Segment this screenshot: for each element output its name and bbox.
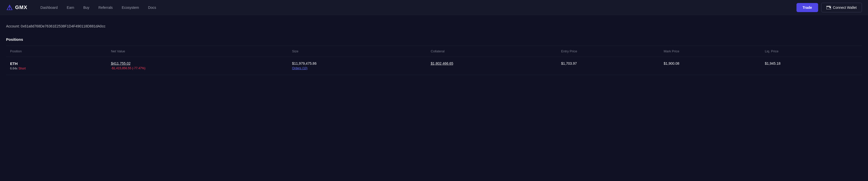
account-bar: Account: 0x61a8d768De76361E2538F1D4F4901… (6, 21, 862, 31)
col-liq-price: Liq. Price (761, 46, 862, 57)
nav-item-referrals[interactable]: Referrals (94, 3, 117, 11)
positions-title: Positions (6, 37, 862, 41)
nav-actions: Trade Connect Wallet (797, 3, 862, 12)
mark-price-cell: $1,900.08 (660, 57, 761, 75)
position-symbol: ETH (10, 61, 103, 66)
logo-text: GMX (15, 4, 27, 10)
position-leverage-short: 6.64x Short (10, 67, 103, 70)
col-position: Position (6, 46, 107, 57)
nav-links: Dashboard Earn Buy Referrals Ecosystem D… (36, 3, 797, 11)
position-cell: ETH 6.64x Short (6, 57, 107, 75)
size-cell: $11,979,475.86 Orders (10) (288, 57, 427, 75)
gmx-logo-icon (6, 4, 13, 11)
nav-item-dashboard[interactable]: Dashboard (36, 3, 62, 11)
collateral-cell: $1,802,466.65 (427, 57, 557, 75)
collateral-value: $1,802,466.65 (431, 61, 454, 65)
main-content: Account: 0x61a8d768De76361E2538F1D4F4901… (0, 15, 868, 75)
col-entry-price: Entry Price (557, 46, 659, 57)
net-value-cell: $411,755.02 -$1,415,856.55 (-77.47%) (107, 57, 288, 75)
col-size: Size (288, 46, 427, 57)
wallet-icon (827, 6, 831, 9)
trade-button[interactable]: Trade (797, 3, 818, 12)
nav-item-ecosystem[interactable]: Ecosystem (118, 3, 143, 11)
position-leverage: 6.64x (10, 67, 18, 70)
entry-price-value: $1,703.97 (561, 61, 577, 65)
positions-table: Position Net Value Size Collateral Entry… (6, 46, 862, 75)
nav-item-earn[interactable]: Earn (63, 3, 78, 11)
mark-price-value: $1,900.08 (664, 61, 679, 65)
entry-price-cell: $1,703.97 (557, 57, 659, 75)
col-net-value: Net Value (107, 46, 288, 57)
net-value-main: $411,755.02 (111, 61, 284, 65)
navbar: GMX Dashboard Earn Buy Referrals Ecosyst… (0, 0, 868, 15)
nav-item-buy[interactable]: Buy (79, 3, 93, 11)
positions-section: Positions Position Net Value Size Collat… (6, 37, 862, 75)
svg-rect-5 (830, 7, 831, 8)
net-value-change: -$1,415,856.55 (-77.47%) (111, 66, 284, 70)
liq-price-value: $1,945.18 (765, 61, 780, 65)
col-collateral: Collateral (427, 46, 557, 57)
liq-price-cell: $1,945.18 (761, 57, 862, 75)
table-header: Position Net Value Size Collateral Entry… (6, 46, 862, 57)
size-value: $11,979,475.86 (292, 61, 423, 65)
connect-wallet-button[interactable]: Connect Wallet (821, 3, 862, 12)
table-row: ETH 6.64x Short $411,755.02 -$1,415,856.… (6, 57, 862, 75)
nav-item-docs[interactable]: Docs (144, 3, 160, 11)
logo[interactable]: GMX (6, 4, 27, 11)
position-direction: Short (19, 67, 26, 70)
col-mark-price: Mark Price (660, 46, 761, 57)
size-orders[interactable]: Orders (10) (292, 66, 423, 70)
account-address: Account: 0x61a8d768De76361E2538F1D4F4901… (6, 24, 105, 28)
